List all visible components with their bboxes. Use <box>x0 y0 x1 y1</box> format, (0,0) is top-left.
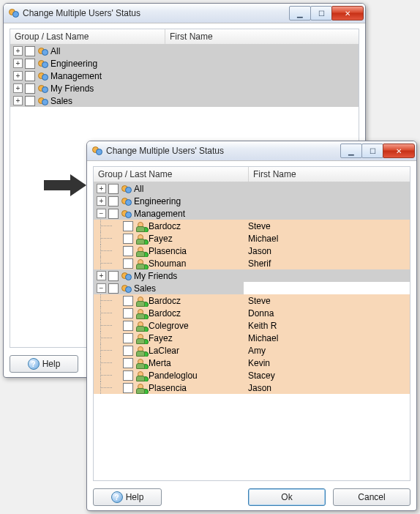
checkbox[interactable] <box>25 59 35 69</box>
help-button[interactable]: ? Help <box>10 355 78 373</box>
ok-button[interactable]: Ok <box>248 488 326 506</box>
tree-group-row[interactable]: +Engineering <box>10 57 359 70</box>
minimize-button[interactable]: ▁ <box>289 6 311 21</box>
column-firstname[interactable]: First Name <box>249 167 410 182</box>
status-dot-icon <box>143 264 149 270</box>
tree-person-row[interactable]: BardoczSteve <box>94 220 410 232</box>
minimize-button[interactable]: ▁ <box>340 144 362 158</box>
expand-toggle[interactable]: + <box>13 46 23 56</box>
checkbox[interactable] <box>123 321 133 331</box>
maximize-button[interactable]: ☐ <box>361 144 383 158</box>
tree-person-row[interactable]: FayezMichael <box>94 332 410 344</box>
tree-person-row[interactable]: PlasenciaJason <box>94 381 410 394</box>
expand-toggle[interactable]: + <box>13 59 23 68</box>
expand-toggle[interactable]: − <box>97 209 106 218</box>
window-title: Change Multiple Users' Status <box>103 146 341 156</box>
checkbox[interactable] <box>25 83 35 94</box>
tree-group-row[interactable]: +My Friends <box>94 269 410 282</box>
last-name: Fayez <box>149 234 173 244</box>
last-name: Shouman <box>149 258 186 269</box>
tree-group-row[interactable]: +Engineering <box>94 195 410 207</box>
tree-person-row[interactable]: PlasenciaJason <box>94 245 410 257</box>
group-label: My Friends <box>50 83 94 94</box>
column-firstname[interactable]: First Name <box>165 29 359 44</box>
first-name: Steve <box>244 296 271 306</box>
tree-rows: +All+Engineering+Management+My Friends+S… <box>10 45 359 107</box>
tree-person-row[interactable]: PandeloglouStacey <box>94 369 410 381</box>
group-label: Engineering <box>134 196 181 206</box>
app-icon <box>8 7 20 19</box>
tree-connector <box>94 257 110 269</box>
tree-person-row[interactable]: ColegroveKeith R <box>94 319 410 332</box>
last-name: Fayez <box>149 333 173 343</box>
tree-person-row[interactable]: LaClearAmy <box>94 344 410 357</box>
checkbox[interactable] <box>123 308 133 319</box>
close-button[interactable]: ✕ <box>331 6 364 21</box>
status-dot-icon <box>143 339 149 345</box>
expand-toggle[interactable]: + <box>13 96 23 105</box>
tree-group-row[interactable]: −Management <box>94 207 410 220</box>
checkbox[interactable] <box>123 296 133 306</box>
titlebar[interactable]: Change Multiple Users' Status ▁ ☐ ✕ <box>87 141 416 161</box>
column-group-lastname[interactable]: Group / Last Name <box>10 29 165 44</box>
help-button[interactable]: ? Help <box>93 488 162 506</box>
tree-group-row[interactable]: +All <box>10 45 359 57</box>
checkbox[interactable] <box>123 258 133 269</box>
checkbox[interactable] <box>123 358 133 368</box>
expand-toggle[interactable]: + <box>97 184 106 193</box>
tree-group-row[interactable]: +Management <box>10 70 359 82</box>
status-dot-icon <box>143 227 149 233</box>
person-icon <box>135 346 147 356</box>
help-label: Help <box>126 492 144 502</box>
checkbox[interactable] <box>108 209 119 219</box>
close-button[interactable]: ✕ <box>383 144 415 158</box>
window-buttons: ▁ ☐ ✕ <box>341 144 415 158</box>
group-label: My Friends <box>134 271 177 281</box>
expand-toggle[interactable]: + <box>97 271 106 280</box>
tree-person-row[interactable]: MertaKevin <box>94 357 410 369</box>
person-icon <box>135 321 147 331</box>
checkbox[interactable] <box>25 71 35 81</box>
tree-group-row[interactable]: +All <box>94 182 410 195</box>
checkbox[interactable] <box>123 333 133 343</box>
person-icon <box>135 221 147 231</box>
checkbox[interactable] <box>25 96 35 106</box>
checkbox[interactable] <box>123 246 133 256</box>
tree-connector <box>94 307 110 319</box>
checkbox[interactable] <box>123 346 133 356</box>
checkbox[interactable] <box>123 234 133 244</box>
expand-toggle[interactable]: + <box>97 196 106 206</box>
checkbox[interactable] <box>108 196 119 206</box>
tree-group-row[interactable]: +My Friends <box>10 82 359 94</box>
expand-toggle[interactable]: + <box>13 71 23 81</box>
tree-person-row[interactable]: FayezMichael <box>94 232 410 245</box>
expand-toggle[interactable]: + <box>13 83 23 93</box>
tree-person-row[interactable]: ShoumanSherif <box>94 257 410 269</box>
checkbox[interactable] <box>25 46 35 56</box>
tree-person-row[interactable]: BardoczDonna <box>94 307 410 319</box>
first-name: Jason <box>244 246 271 256</box>
tree-connector <box>94 319 110 332</box>
checkbox[interactable] <box>123 370 133 381</box>
checkbox[interactable] <box>108 283 119 294</box>
checkbox[interactable] <box>123 383 133 393</box>
tree-person-row[interactable]: BardoczSteve <box>94 294 410 307</box>
tree-group-row[interactable]: −Sales <box>94 282 410 294</box>
expand-toggle[interactable]: − <box>97 283 106 293</box>
checkbox[interactable] <box>123 221 133 231</box>
tree-group-row[interactable]: +Sales <box>10 94 359 107</box>
callout-arrow-icon <box>44 174 86 196</box>
maximize-button[interactable]: ☐ <box>310 6 332 21</box>
checkbox[interactable] <box>108 271 119 281</box>
status-dot-icon <box>143 327 149 332</box>
checkbox[interactable] <box>108 184 119 194</box>
cancel-button[interactable]: Cancel <box>333 488 410 506</box>
first-name: Steve <box>244 221 271 231</box>
titlebar[interactable]: Change Multiple Users' Status ▁ ☐ ✕ <box>4 4 365 23</box>
column-group-lastname[interactable]: Group / Last Name <box>94 167 249 182</box>
status-dot-icon <box>143 364 149 370</box>
status-dot-icon <box>143 239 149 245</box>
person-icon <box>135 296 147 306</box>
last-name: Pandeloglou <box>149 370 198 381</box>
svg-marker-0 <box>44 174 86 196</box>
